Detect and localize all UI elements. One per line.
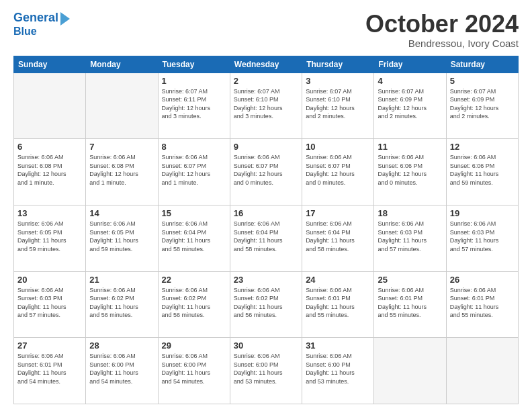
day-number: 18 xyxy=(378,208,442,218)
day-number: 9 xyxy=(234,142,298,152)
day-info: Sunrise: 6:06 AM Sunset: 6:00 PM Dayligh… xyxy=(89,352,154,385)
day-number: 20 xyxy=(17,275,82,285)
day-info: Sunrise: 6:06 AM Sunset: 6:05 PM Dayligh… xyxy=(89,220,154,253)
weekday-header: Monday xyxy=(86,56,158,73)
calendar-cell: 2Sunrise: 6:07 AM Sunset: 6:10 PM Daylig… xyxy=(230,73,302,139)
weekday-header: Sunday xyxy=(14,56,86,73)
logo-icon xyxy=(60,12,70,26)
calendar-cell: 7Sunrise: 6:06 AM Sunset: 6:08 PM Daylig… xyxy=(86,139,158,205)
weekday-header: Friday xyxy=(374,56,446,73)
day-number: 19 xyxy=(450,208,515,218)
calendar-cell: 4Sunrise: 6:07 AM Sunset: 6:09 PM Daylig… xyxy=(374,73,446,139)
day-number: 6 xyxy=(17,142,82,152)
calendar-cell: 9Sunrise: 6:06 AM Sunset: 6:07 PM Daylig… xyxy=(230,139,302,205)
day-number: 28 xyxy=(89,340,154,351)
day-number: 1 xyxy=(162,76,226,86)
calendar-cell: 31Sunrise: 6:06 AM Sunset: 6:00 PM Dayli… xyxy=(302,338,374,404)
calendar-cell: 25Sunrise: 6:06 AM Sunset: 6:01 PM Dayli… xyxy=(374,271,446,338)
day-info: Sunrise: 6:07 AM Sunset: 6:09 PM Dayligh… xyxy=(378,87,442,121)
day-number: 26 xyxy=(450,275,515,285)
calendar-cell: 23Sunrise: 6:06 AM Sunset: 6:02 PM Dayli… xyxy=(230,271,302,338)
day-number: 21 xyxy=(89,275,154,285)
calendar-cell: 13Sunrise: 6:06 AM Sunset: 6:05 PM Dayli… xyxy=(14,205,86,271)
day-info: Sunrise: 6:06 AM Sunset: 6:02 PM Dayligh… xyxy=(89,286,154,320)
calendar-cell: 6Sunrise: 6:06 AM Sunset: 6:08 PM Daylig… xyxy=(14,139,86,205)
calendar-cell xyxy=(86,73,158,139)
calendar-cell xyxy=(14,73,86,139)
day-info: Sunrise: 6:07 AM Sunset: 6:10 PM Dayligh… xyxy=(306,87,370,121)
day-number: 3 xyxy=(306,76,370,86)
day-number: 13 xyxy=(17,208,82,218)
day-info: Sunrise: 6:06 AM Sunset: 6:06 PM Dayligh… xyxy=(378,153,442,187)
day-info: Sunrise: 6:06 AM Sunset: 6:02 PM Dayligh… xyxy=(162,286,226,320)
day-number: 14 xyxy=(89,208,154,218)
logo-text: General xyxy=(13,11,58,25)
weekday-header: Saturday xyxy=(446,56,518,73)
calendar-header-row: SundayMondayTuesdayWednesdayThursdayFrid… xyxy=(14,56,519,73)
calendar-cell: 29Sunrise: 6:06 AM Sunset: 6:00 PM Dayli… xyxy=(158,338,230,404)
day-info: Sunrise: 6:06 AM Sunset: 6:07 PM Dayligh… xyxy=(306,153,370,187)
day-info: Sunrise: 6:06 AM Sunset: 6:00 PM Dayligh… xyxy=(162,352,226,385)
calendar-cell: 21Sunrise: 6:06 AM Sunset: 6:02 PM Dayli… xyxy=(86,271,158,338)
calendar-cell: 12Sunrise: 6:06 AM Sunset: 6:06 PM Dayli… xyxy=(446,139,518,205)
calendar-cell xyxy=(446,338,518,404)
day-number: 8 xyxy=(162,142,226,152)
header: General Blue October 2024 Bendressou, Iv… xyxy=(13,11,519,49)
calendar-cell: 10Sunrise: 6:06 AM Sunset: 6:07 PM Dayli… xyxy=(302,139,374,205)
page: General Blue October 2024 Bendressou, Iv… xyxy=(0,0,532,411)
day-number: 31 xyxy=(306,340,370,351)
calendar-cell: 18Sunrise: 6:06 AM Sunset: 6:03 PM Dayli… xyxy=(374,205,446,271)
day-info: Sunrise: 6:06 AM Sunset: 6:02 PM Dayligh… xyxy=(234,286,298,320)
weekday-header: Wednesday xyxy=(230,56,302,73)
day-number: 23 xyxy=(234,275,298,285)
day-number: 11 xyxy=(378,142,442,152)
day-info: Sunrise: 6:06 AM Sunset: 6:04 PM Dayligh… xyxy=(234,220,298,253)
calendar-table: SundayMondayTuesdayWednesdayThursdayFrid… xyxy=(13,56,519,404)
day-number: 15 xyxy=(162,208,226,218)
day-info: Sunrise: 6:07 AM Sunset: 6:11 PM Dayligh… xyxy=(162,87,226,121)
day-info: Sunrise: 6:06 AM Sunset: 6:04 PM Dayligh… xyxy=(162,220,226,253)
weekday-header: Tuesday xyxy=(158,56,230,73)
month-title: October 2024 xyxy=(365,11,519,38)
calendar-cell: 17Sunrise: 6:06 AM Sunset: 6:04 PM Dayli… xyxy=(302,205,374,271)
day-info: Sunrise: 6:06 AM Sunset: 6:07 PM Dayligh… xyxy=(234,153,298,187)
day-number: 4 xyxy=(378,76,442,86)
calendar-week-row: 27Sunrise: 6:06 AM Sunset: 6:01 PM Dayli… xyxy=(14,338,519,404)
calendar-cell: 22Sunrise: 6:06 AM Sunset: 6:02 PM Dayli… xyxy=(158,271,230,338)
day-number: 5 xyxy=(450,76,515,86)
day-number: 2 xyxy=(234,76,298,86)
day-info: Sunrise: 6:06 AM Sunset: 6:04 PM Dayligh… xyxy=(306,220,370,253)
day-number: 10 xyxy=(306,142,370,152)
calendar-cell: 11Sunrise: 6:06 AM Sunset: 6:06 PM Dayli… xyxy=(374,139,446,205)
day-info: Sunrise: 6:06 AM Sunset: 6:05 PM Dayligh… xyxy=(17,220,82,253)
calendar-cell: 8Sunrise: 6:06 AM Sunset: 6:07 PM Daylig… xyxy=(158,139,230,205)
day-info: Sunrise: 6:06 AM Sunset: 6:01 PM Dayligh… xyxy=(378,286,442,320)
day-number: 24 xyxy=(306,275,370,285)
day-number: 16 xyxy=(234,208,298,218)
calendar-cell: 14Sunrise: 6:06 AM Sunset: 6:05 PM Dayli… xyxy=(86,205,158,271)
calendar-cell: 28Sunrise: 6:06 AM Sunset: 6:00 PM Dayli… xyxy=(86,338,158,404)
logo: General Blue xyxy=(13,11,70,38)
day-info: Sunrise: 6:06 AM Sunset: 6:08 PM Dayligh… xyxy=(89,153,154,187)
calendar-cell xyxy=(374,338,446,404)
day-info: Sunrise: 6:07 AM Sunset: 6:10 PM Dayligh… xyxy=(234,87,298,121)
day-info: Sunrise: 6:06 AM Sunset: 6:06 PM Dayligh… xyxy=(450,153,515,187)
calendar-week-row: 13Sunrise: 6:06 AM Sunset: 6:05 PM Dayli… xyxy=(14,205,519,271)
day-info: Sunrise: 6:06 AM Sunset: 6:03 PM Dayligh… xyxy=(450,220,515,253)
day-number: 25 xyxy=(378,275,442,285)
day-number: 12 xyxy=(450,142,515,152)
calendar-cell: 3Sunrise: 6:07 AM Sunset: 6:10 PM Daylig… xyxy=(302,73,374,139)
day-number: 30 xyxy=(234,340,298,351)
day-number: 17 xyxy=(306,208,370,218)
day-info: Sunrise: 6:06 AM Sunset: 6:01 PM Dayligh… xyxy=(306,286,370,320)
day-info: Sunrise: 6:06 AM Sunset: 6:03 PM Dayligh… xyxy=(378,220,442,253)
day-info: Sunrise: 6:06 AM Sunset: 6:00 PM Dayligh… xyxy=(306,352,370,385)
calendar-cell: 19Sunrise: 6:06 AM Sunset: 6:03 PM Dayli… xyxy=(446,205,518,271)
location-subtitle: Bendressou, Ivory Coast xyxy=(365,38,519,49)
day-info: Sunrise: 6:06 AM Sunset: 6:01 PM Dayligh… xyxy=(17,352,82,385)
day-info: Sunrise: 6:06 AM Sunset: 6:03 PM Dayligh… xyxy=(17,286,82,320)
weekday-header: Thursday xyxy=(302,56,374,73)
calendar-cell: 30Sunrise: 6:06 AM Sunset: 6:00 PM Dayli… xyxy=(230,338,302,404)
calendar-cell: 27Sunrise: 6:06 AM Sunset: 6:01 PM Dayli… xyxy=(14,338,86,404)
calendar-cell: 1Sunrise: 6:07 AM Sunset: 6:11 PM Daylig… xyxy=(158,73,230,139)
